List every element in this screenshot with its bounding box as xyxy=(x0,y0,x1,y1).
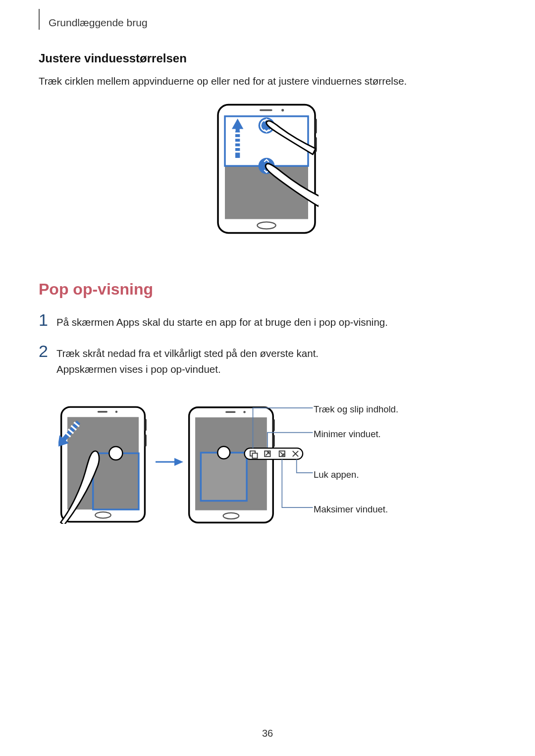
svg-rect-11 xyxy=(234,132,241,134)
svg-point-40 xyxy=(243,411,246,413)
step-text: På skærmen Apps skal du starte en app fo… xyxy=(56,313,388,330)
step-1: 1 På skærmen Apps skal du starte en app … xyxy=(39,313,494,330)
svg-rect-1 xyxy=(315,118,317,133)
running-header: Grundlæggende brug xyxy=(49,17,148,29)
step-2: 2 Træk skråt nedad fra et vilkårligt ste… xyxy=(39,345,494,377)
svg-marker-35 xyxy=(174,458,183,466)
paragraph-adjust: Træk cirklen mellem appvinduerne op elle… xyxy=(39,74,494,88)
svg-rect-39 xyxy=(225,411,235,413)
svg-rect-13 xyxy=(234,142,241,144)
svg-rect-15 xyxy=(234,151,241,153)
svg-rect-38 xyxy=(272,435,275,447)
step-number: 2 xyxy=(39,343,56,359)
callout-close: Luk appen. xyxy=(314,469,359,480)
svg-rect-43 xyxy=(201,453,247,501)
callout-maximize: Maksimer vinduet. xyxy=(314,504,388,515)
callout-minimize: Minimer vinduet. xyxy=(314,429,381,440)
svg-rect-22 xyxy=(98,411,107,412)
svg-rect-37 xyxy=(272,419,275,431)
subheading-adjust: Justere vinduesstørrelsen xyxy=(39,51,494,65)
arrow-icon xyxy=(155,454,184,469)
svg-rect-21 xyxy=(144,434,147,447)
illustration-popup: Træk og slip indhold. Minimer vinduet. L… xyxy=(39,395,494,534)
svg-point-44 xyxy=(217,447,230,459)
svg-point-4 xyxy=(281,109,284,111)
svg-rect-3 xyxy=(260,109,272,111)
svg-point-23 xyxy=(115,410,118,413)
page-number: 36 xyxy=(0,728,535,739)
step-text: Træk skråt nedad fra et vilkårligt sted … xyxy=(56,345,319,377)
callout-drag: Træk og slip indhold. xyxy=(314,404,398,415)
svg-rect-14 xyxy=(234,146,241,148)
svg-rect-20 xyxy=(144,419,147,431)
step-number: 1 xyxy=(39,311,56,328)
svg-rect-10 xyxy=(235,131,240,158)
illustration-adjust-window xyxy=(214,102,319,236)
svg-rect-47 xyxy=(252,453,257,458)
svg-rect-12 xyxy=(234,137,241,139)
heading-popup: Pop op-visning xyxy=(39,280,494,299)
svg-point-27 xyxy=(109,447,122,460)
